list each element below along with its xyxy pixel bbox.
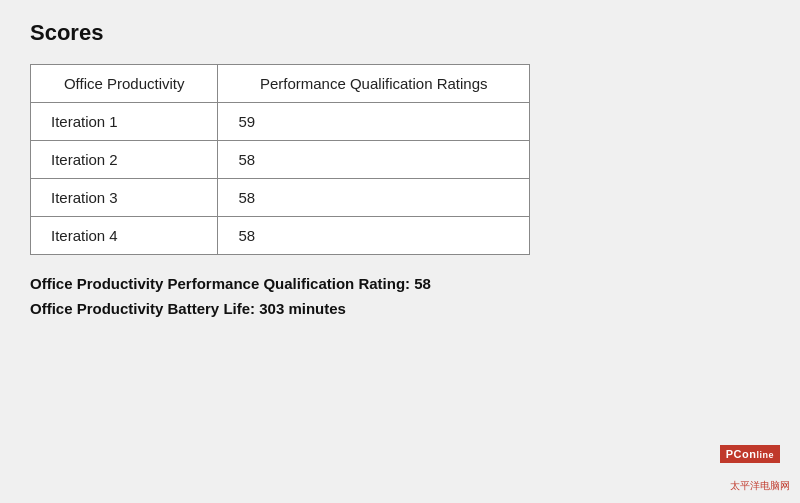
table-row: Iteration 458 — [31, 217, 530, 255]
page-title: Scores — [30, 20, 770, 46]
col1-header: Office Productivity — [31, 65, 218, 103]
table-cell-label: Iteration 3 — [31, 179, 218, 217]
summary-section: Office Productivity Performance Qualific… — [30, 275, 770, 317]
table-body: Iteration 159Iteration 258Iteration 358I… — [31, 103, 530, 255]
table-header-row: Office Productivity Performance Qualific… — [31, 65, 530, 103]
main-container: Scores Office Productivity Performance Q… — [0, 0, 800, 345]
table-row: Iteration 258 — [31, 141, 530, 179]
scores-table: Office Productivity Performance Qualific… — [30, 64, 530, 255]
table-cell-value: 59 — [218, 103, 530, 141]
table-cell-value: 58 — [218, 179, 530, 217]
table-cell-value: 58 — [218, 217, 530, 255]
pconline-badge: PConline — [720, 445, 780, 463]
table-row: Iteration 358 — [31, 179, 530, 217]
table-cell-label: Iteration 4 — [31, 217, 218, 255]
summary-line-2: Office Productivity Battery Life: 303 mi… — [30, 300, 770, 317]
table-row: Iteration 159 — [31, 103, 530, 141]
table-cell-value: 58 — [218, 141, 530, 179]
pconline-sub: 太平洋电脑网 — [730, 479, 790, 493]
table-cell-label: Iteration 1 — [31, 103, 218, 141]
col2-header: Performance Qualification Ratings — [218, 65, 530, 103]
table-cell-label: Iteration 2 — [31, 141, 218, 179]
summary-line-1: Office Productivity Performance Qualific… — [30, 275, 770, 292]
badge-wrapper: PConline 太平洋电脑网 — [730, 479, 790, 493]
